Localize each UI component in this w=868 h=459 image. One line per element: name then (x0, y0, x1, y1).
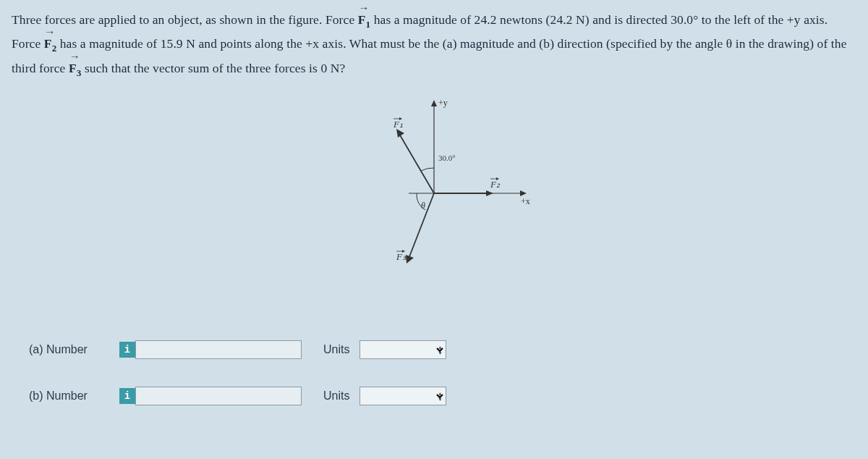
axis-plus-x-label: +x (521, 196, 530, 206)
stepper-icon: ▲▼ (436, 391, 443, 402)
units-label-a: Units (323, 343, 349, 356)
row-b-label: (b) Number (29, 389, 119, 403)
vector-F2: F2 (44, 33, 56, 56)
vector-F1: F1 (358, 9, 370, 33)
problem-statement: Three forces are applied to an object, a… (12, 9, 856, 81)
force-diagram: +y +x F₁ 30.0° F₂ F₃ θ (369, 96, 535, 284)
angle-30-label: 30.0° (438, 153, 456, 162)
units-select-b[interactable] (359, 387, 446, 405)
svg-line-5 (399, 134, 434, 193)
answer-row-b: (b) Number i Units ▲▼ (29, 387, 446, 405)
angle-theta-label: θ (421, 201, 425, 211)
answer-inputs: (a) Number i Units ▲▼ (b) Number i Units… (29, 340, 446, 433)
axis-plus-y-label: +y (438, 98, 448, 108)
vector-F1-label: F₁ (393, 119, 403, 130)
number-input-b[interactable] (135, 387, 302, 405)
svg-marker-3 (520, 190, 527, 196)
text-fragment: such that the vector sum of the three fo… (81, 61, 345, 75)
info-icon[interactable]: i (119, 388, 135, 404)
units-label-b: Units (323, 389, 349, 403)
stepper-icon: ▲▼ (436, 345, 443, 355)
info-icon[interactable]: i (119, 342, 135, 358)
svg-marker-8 (486, 190, 493, 196)
row-a-label: (a) Number (29, 343, 119, 356)
number-input-a[interactable] (135, 340, 302, 359)
units-select-a[interactable] (359, 340, 446, 359)
vector-F3: F3 (69, 57, 81, 81)
vector-F2-label: F₂ (490, 179, 501, 190)
vector-F3-label: F₃ (396, 251, 407, 262)
text-fragment: Three forces are applied to an object, a… (12, 12, 358, 27)
svg-marker-1 (431, 100, 437, 106)
answer-row-a: (a) Number i Units ▲▼ (29, 340, 446, 359)
